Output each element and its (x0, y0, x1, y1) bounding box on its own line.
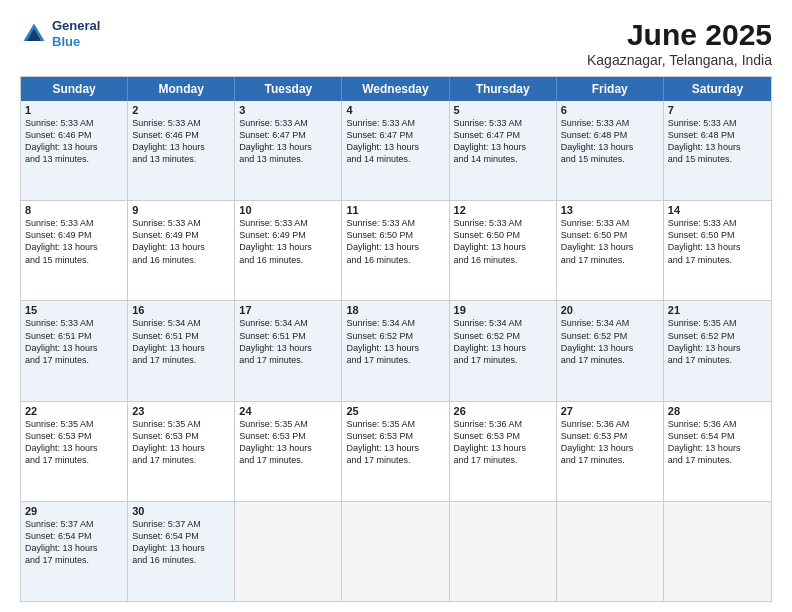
calendar-cell-25: 25Sunrise: 5:35 AMSunset: 6:53 PMDayligh… (342, 402, 449, 501)
calendar-cell-26: 26Sunrise: 5:36 AMSunset: 6:53 PMDayligh… (450, 402, 557, 501)
day-number: 14 (668, 204, 767, 216)
calendar-cell-empty (235, 502, 342, 601)
cell-info: Sunrise: 5:33 AMSunset: 6:46 PMDaylight:… (25, 117, 123, 166)
cell-info: Sunrise: 5:36 AMSunset: 6:54 PMDaylight:… (668, 418, 767, 467)
cell-info: Sunrise: 5:36 AMSunset: 6:53 PMDaylight:… (561, 418, 659, 467)
calendar-row-5: 29Sunrise: 5:37 AMSunset: 6:54 PMDayligh… (21, 501, 771, 601)
cell-info: Sunrise: 5:34 AMSunset: 6:52 PMDaylight:… (454, 317, 552, 366)
cell-info: Sunrise: 5:33 AMSunset: 6:46 PMDaylight:… (132, 117, 230, 166)
calendar-cell-21: 21Sunrise: 5:35 AMSunset: 6:52 PMDayligh… (664, 301, 771, 400)
calendar-cell-11: 11Sunrise: 5:33 AMSunset: 6:50 PMDayligh… (342, 201, 449, 300)
calendar-cell-29: 29Sunrise: 5:37 AMSunset: 6:54 PMDayligh… (21, 502, 128, 601)
calendar-row-2: 8Sunrise: 5:33 AMSunset: 6:49 PMDaylight… (21, 200, 771, 300)
day-number: 24 (239, 405, 337, 417)
day-number: 13 (561, 204, 659, 216)
cell-info: Sunrise: 5:35 AMSunset: 6:53 PMDaylight:… (239, 418, 337, 467)
header-day-saturday: Saturday (664, 77, 771, 101)
calendar-cell-15: 15Sunrise: 5:33 AMSunset: 6:51 PMDayligh… (21, 301, 128, 400)
cell-info: Sunrise: 5:33 AMSunset: 6:51 PMDaylight:… (25, 317, 123, 366)
day-number: 11 (346, 204, 444, 216)
day-number: 17 (239, 304, 337, 316)
calendar-cell-23: 23Sunrise: 5:35 AMSunset: 6:53 PMDayligh… (128, 402, 235, 501)
header-area: General Blue June 2025 Kagaznagar, Telan… (20, 18, 772, 68)
day-number: 22 (25, 405, 123, 417)
location-title: Kagaznagar, Telangana, India (587, 52, 772, 68)
logo: General Blue (20, 18, 100, 49)
calendar-body: 1Sunrise: 5:33 AMSunset: 6:46 PMDaylight… (21, 101, 771, 601)
page: General Blue June 2025 Kagaznagar, Telan… (0, 0, 792, 612)
calendar-cell-empty (342, 502, 449, 601)
day-number: 29 (25, 505, 123, 517)
calendar-cell-empty (557, 502, 664, 601)
cell-info: Sunrise: 5:33 AMSunset: 6:48 PMDaylight:… (668, 117, 767, 166)
calendar-cell-8: 8Sunrise: 5:33 AMSunset: 6:49 PMDaylight… (21, 201, 128, 300)
day-number: 23 (132, 405, 230, 417)
calendar-cell-2: 2Sunrise: 5:33 AMSunset: 6:46 PMDaylight… (128, 101, 235, 200)
day-number: 25 (346, 405, 444, 417)
cell-info: Sunrise: 5:35 AMSunset: 6:53 PMDaylight:… (346, 418, 444, 467)
day-number: 30 (132, 505, 230, 517)
calendar: SundayMondayTuesdayWednesdayThursdayFrid… (20, 76, 772, 602)
day-number: 7 (668, 104, 767, 116)
day-number: 12 (454, 204, 552, 216)
calendar-cell-3: 3Sunrise: 5:33 AMSunset: 6:47 PMDaylight… (235, 101, 342, 200)
day-number: 3 (239, 104, 337, 116)
cell-info: Sunrise: 5:33 AMSunset: 6:47 PMDaylight:… (346, 117, 444, 166)
calendar-cell-4: 4Sunrise: 5:33 AMSunset: 6:47 PMDaylight… (342, 101, 449, 200)
calendar-cell-16: 16Sunrise: 5:34 AMSunset: 6:51 PMDayligh… (128, 301, 235, 400)
cell-info: Sunrise: 5:33 AMSunset: 6:47 PMDaylight:… (454, 117, 552, 166)
header-day-thursday: Thursday (450, 77, 557, 101)
cell-info: Sunrise: 5:33 AMSunset: 6:50 PMDaylight:… (346, 217, 444, 266)
logo-icon (20, 20, 48, 48)
cell-info: Sunrise: 5:35 AMSunset: 6:53 PMDaylight:… (25, 418, 123, 467)
header-day-wednesday: Wednesday (342, 77, 449, 101)
calendar-cell-6: 6Sunrise: 5:33 AMSunset: 6:48 PMDaylight… (557, 101, 664, 200)
calendar-cell-14: 14Sunrise: 5:33 AMSunset: 6:50 PMDayligh… (664, 201, 771, 300)
cell-info: Sunrise: 5:37 AMSunset: 6:54 PMDaylight:… (132, 518, 230, 567)
day-number: 21 (668, 304, 767, 316)
calendar-cell-1: 1Sunrise: 5:33 AMSunset: 6:46 PMDaylight… (21, 101, 128, 200)
day-number: 8 (25, 204, 123, 216)
calendar-cell-24: 24Sunrise: 5:35 AMSunset: 6:53 PMDayligh… (235, 402, 342, 501)
calendar-header: SundayMondayTuesdayWednesdayThursdayFrid… (21, 77, 771, 101)
calendar-cell-5: 5Sunrise: 5:33 AMSunset: 6:47 PMDaylight… (450, 101, 557, 200)
logo-text: General Blue (52, 18, 100, 49)
day-number: 28 (668, 405, 767, 417)
calendar-cell-12: 12Sunrise: 5:33 AMSunset: 6:50 PMDayligh… (450, 201, 557, 300)
cell-info: Sunrise: 5:33 AMSunset: 6:47 PMDaylight:… (239, 117, 337, 166)
month-title: June 2025 (587, 18, 772, 52)
cell-info: Sunrise: 5:33 AMSunset: 6:49 PMDaylight:… (25, 217, 123, 266)
calendar-cell-18: 18Sunrise: 5:34 AMSunset: 6:52 PMDayligh… (342, 301, 449, 400)
calendar-cell-17: 17Sunrise: 5:34 AMSunset: 6:51 PMDayligh… (235, 301, 342, 400)
header-day-monday: Monday (128, 77, 235, 101)
cell-info: Sunrise: 5:34 AMSunset: 6:51 PMDaylight:… (132, 317, 230, 366)
calendar-cell-7: 7Sunrise: 5:33 AMSunset: 6:48 PMDaylight… (664, 101, 771, 200)
day-number: 15 (25, 304, 123, 316)
day-number: 20 (561, 304, 659, 316)
day-number: 18 (346, 304, 444, 316)
day-number: 5 (454, 104, 552, 116)
day-number: 16 (132, 304, 230, 316)
logo-line1: General (52, 18, 100, 34)
title-area: June 2025 Kagaznagar, Telangana, India (587, 18, 772, 68)
calendar-row-1: 1Sunrise: 5:33 AMSunset: 6:46 PMDaylight… (21, 101, 771, 200)
calendar-cell-22: 22Sunrise: 5:35 AMSunset: 6:53 PMDayligh… (21, 402, 128, 501)
calendar-row-3: 15Sunrise: 5:33 AMSunset: 6:51 PMDayligh… (21, 300, 771, 400)
calendar-cell-empty (450, 502, 557, 601)
cell-info: Sunrise: 5:35 AMSunset: 6:53 PMDaylight:… (132, 418, 230, 467)
cell-info: Sunrise: 5:33 AMSunset: 6:50 PMDaylight:… (454, 217, 552, 266)
calendar-cell-10: 10Sunrise: 5:33 AMSunset: 6:49 PMDayligh… (235, 201, 342, 300)
calendar-cell-13: 13Sunrise: 5:33 AMSunset: 6:50 PMDayligh… (557, 201, 664, 300)
day-number: 26 (454, 405, 552, 417)
cell-info: Sunrise: 5:33 AMSunset: 6:49 PMDaylight:… (239, 217, 337, 266)
day-number: 19 (454, 304, 552, 316)
cell-info: Sunrise: 5:33 AMSunset: 6:50 PMDaylight:… (561, 217, 659, 266)
day-number: 10 (239, 204, 337, 216)
day-number: 1 (25, 104, 123, 116)
calendar-cell-28: 28Sunrise: 5:36 AMSunset: 6:54 PMDayligh… (664, 402, 771, 501)
calendar-cell-empty (664, 502, 771, 601)
cell-info: Sunrise: 5:33 AMSunset: 6:50 PMDaylight:… (668, 217, 767, 266)
day-number: 4 (346, 104, 444, 116)
calendar-cell-19: 19Sunrise: 5:34 AMSunset: 6:52 PMDayligh… (450, 301, 557, 400)
day-number: 9 (132, 204, 230, 216)
